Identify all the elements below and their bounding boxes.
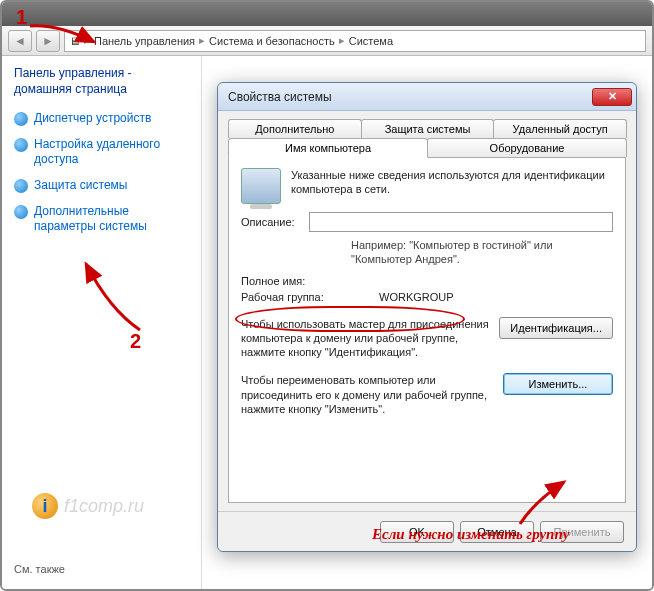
annotation-number-1: 1 <box>16 6 27 29</box>
sidebar-item-advanced-system[interactable]: Дополнительные параметры системы <box>14 204 189 235</box>
description-input[interactable] <box>309 212 613 232</box>
shield-icon <box>14 179 28 193</box>
fullname-label: Полное имя: <box>241 275 371 287</box>
tab-protection[interactable]: Защита системы <box>361 119 495 138</box>
chevron-right-icon: ▸ <box>339 34 345 47</box>
sidebar-item-label: Настройка удаленного доступа <box>34 137 189 168</box>
nav-forward-button[interactable]: ► <box>36 30 60 52</box>
dialog-titlebar[interactable]: Свойства системы ✕ <box>218 83 636 111</box>
annotation-number-2: 2 <box>130 330 141 353</box>
shield-icon <box>14 205 28 219</box>
sidebar-item-system-protection[interactable]: Защита системы <box>14 178 189 194</box>
control-panel-icon: 🖥 <box>69 35 80 47</box>
identification-help-text: Чтобы использовать мастер для присоедине… <box>241 317 491 360</box>
breadcrumb[interactable]: 🖥 ▸ Панель управления ▸ Система и безопа… <box>64 30 646 52</box>
tabs-row-upper: Дополнительно Защита системы Удаленный д… <box>218 111 636 138</box>
workgroup-value: WORKGROUP <box>379 291 454 303</box>
description-example: Например: "Компьютер в гостиной" или "Ко… <box>351 238 613 267</box>
tab-remote[interactable]: Удаленный доступ <box>493 119 627 138</box>
description-label: Описание: <box>241 216 301 228</box>
computer-icon <box>241 168 281 204</box>
tab-hardware[interactable]: Оборудование <box>427 138 627 157</box>
sidebar-item-label: Дополнительные параметры системы <box>34 204 189 235</box>
sidebar-item-label: Диспетчер устройств <box>34 111 151 127</box>
breadcrumb-item[interactable]: Панель управления <box>94 35 195 47</box>
annotation-note: Если нужно изменить группу <box>372 526 569 543</box>
breadcrumb-item[interactable]: Система <box>349 35 393 47</box>
explorer-navbar: ◄ ► 🖥 ▸ Панель управления ▸ Система и бе… <box>2 26 652 56</box>
sidebar-item-device-manager[interactable]: Диспетчер устройств <box>14 111 189 127</box>
tab-advanced[interactable]: Дополнительно <box>228 119 362 138</box>
tab-panel-computer-name: Указанные ниже сведения используются для… <box>228 157 626 503</box>
watermark-icon: i <box>32 493 58 519</box>
sidebar-item-label: Защита системы <box>34 178 127 194</box>
chevron-right-icon: ▸ <box>84 34 90 47</box>
close-button[interactable]: ✕ <box>592 88 632 106</box>
window-titlebar <box>2 2 652 26</box>
tab-computer-name[interactable]: Имя компьютера <box>228 138 428 158</box>
sidebar-title[interactable]: Панель управления - домашняя страница <box>14 66 189 97</box>
tabs-row-lower: Имя компьютера Оборудование <box>218 138 636 157</box>
change-help-text: Чтобы переименовать компьютер или присое… <box>241 373 495 416</box>
shield-icon <box>14 138 28 152</box>
intro-text: Указанные ниже сведения используются для… <box>291 168 613 204</box>
breadcrumb-item[interactable]: Система и безопасность <box>209 35 335 47</box>
shield-icon <box>14 112 28 126</box>
watermark: i f1comp.ru <box>32 493 144 519</box>
dialog-title: Свойства системы <box>228 90 332 104</box>
nav-back-button[interactable]: ◄ <box>8 30 32 52</box>
see-also-label: См. также <box>14 563 65 575</box>
chevron-right-icon: ▸ <box>199 34 205 47</box>
system-properties-dialog: Свойства системы ✕ Дополнительно Защита … <box>217 82 637 552</box>
sidebar-item-remote-settings[interactable]: Настройка удаленного доступа <box>14 137 189 168</box>
watermark-text: f1comp.ru <box>64 496 144 517</box>
identification-button[interactable]: Идентификация... <box>499 317 613 339</box>
change-button[interactable]: Изменить... <box>503 373 613 395</box>
workgroup-label: Рабочая группа: <box>241 291 371 303</box>
